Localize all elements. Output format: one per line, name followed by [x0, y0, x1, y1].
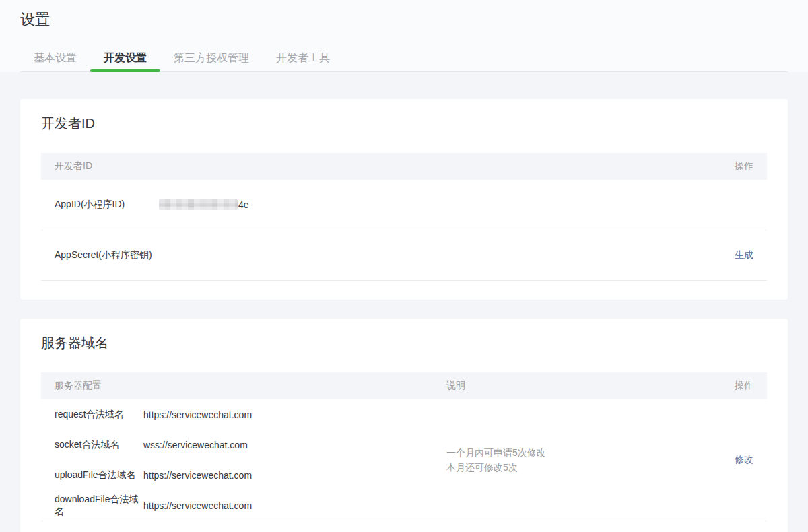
appid-masked-value — [159, 199, 238, 210]
page-header: 设置 基本设置 开发设置 第三方授权管理 开发者工具 — [0, 0, 808, 72]
developer-id-card-title: 开发者ID — [41, 99, 767, 131]
column-header-action: 操作 — [735, 380, 753, 392]
domain-rows: request合法域名 https://servicewechat.com so… — [55, 399, 446, 521]
server-domain-card: 服务器域名 服务器配置 说明 操作 request合法域名 https://se… — [20, 319, 788, 532]
appid-label: AppID(小程序ID) — [55, 199, 159, 211]
tab-development-settings[interactable]: 开发设置 — [90, 44, 160, 71]
uploadfile-domain-value: https://servicewechat.com — [143, 470, 252, 481]
generate-secret-link[interactable]: 生成 — [735, 249, 753, 261]
table-row-request-domain: request合法域名 https://servicewechat.com — [55, 399, 446, 430]
downloadfile-domain-value: https://servicewechat.com — [143, 500, 252, 511]
request-domain-value: https://servicewechat.com — [143, 409, 252, 420]
column-header-description: 说明 — [446, 380, 465, 392]
uploadfile-domain-label: uploadFile合法域名 — [55, 469, 143, 481]
modify-quota-note-line2: 本月还可修改5次 — [446, 460, 735, 475]
modify-domains-link[interactable]: 修改 — [735, 454, 753, 466]
table-row-appid: AppID(小程序ID) 4e — [41, 180, 767, 230]
tab-developer-tools[interactable]: 开发者工具 — [263, 44, 343, 71]
downloadfile-domain-label: downloadFile合法域名 — [55, 494, 143, 518]
settings-content: 开发者ID 开发者ID 操作 AppID(小程序ID) 4e AppSecret… — [0, 72, 808, 532]
socket-domain-label: socket合法域名 — [55, 439, 143, 451]
server-domain-card-title: 服务器域名 — [41, 319, 767, 350]
socket-domain-value: wss://servicewechat.com — [143, 440, 248, 451]
appid-value: 4e — [159, 199, 753, 210]
request-domain-label: request合法域名 — [55, 409, 143, 421]
column-header-server-config: 服务器配置 — [55, 380, 446, 392]
table-row-appsecret: AppSecret(小程序密钥) 生成 — [41, 230, 767, 281]
column-header-action: 操作 — [735, 160, 753, 172]
tab-basic-settings[interactable]: 基本设置 — [20, 44, 90, 71]
table-row-uploadfile-domain: uploadFile合法域名 https://servicewechat.com — [55, 460, 446, 490]
column-header-developer-id: 开发者ID — [55, 160, 92, 172]
appid-value-suffix: 4e — [238, 199, 249, 210]
developer-id-table-header: 开发者ID 操作 — [41, 153, 767, 180]
developer-id-card: 开发者ID 开发者ID 操作 AppID(小程序ID) 4e AppSecret… — [20, 99, 788, 300]
table-row-downloadfile-domain: downloadFile合法域名 https://servicewechat.c… — [55, 490, 446, 521]
table-row-socket-domain: socket合法域名 wss://servicewechat.com — [55, 430, 446, 460]
appsecret-label: AppSecret(小程序密钥) — [55, 249, 159, 261]
tab-third-party-auth[interactable]: 第三方授权管理 — [160, 44, 263, 71]
modify-quota-note-line1: 一个月内可申请5次修改 — [446, 445, 735, 460]
page-title: 设置 — [20, 9, 788, 30]
server-domain-table-header: 服务器配置 说明 操作 — [41, 372, 767, 399]
domain-config-group: request合法域名 https://servicewechat.com so… — [41, 399, 767, 521]
modify-quota-note: 一个月内可申请5次修改 本月还可修改5次 — [446, 445, 735, 475]
settings-page: 设置 基本设置 开发设置 第三方授权管理 开发者工具 开发者ID 开发者ID 操… — [0, 0, 808, 532]
tab-bar: 基本设置 开发设置 第三方授权管理 开发者工具 — [20, 44, 788, 72]
